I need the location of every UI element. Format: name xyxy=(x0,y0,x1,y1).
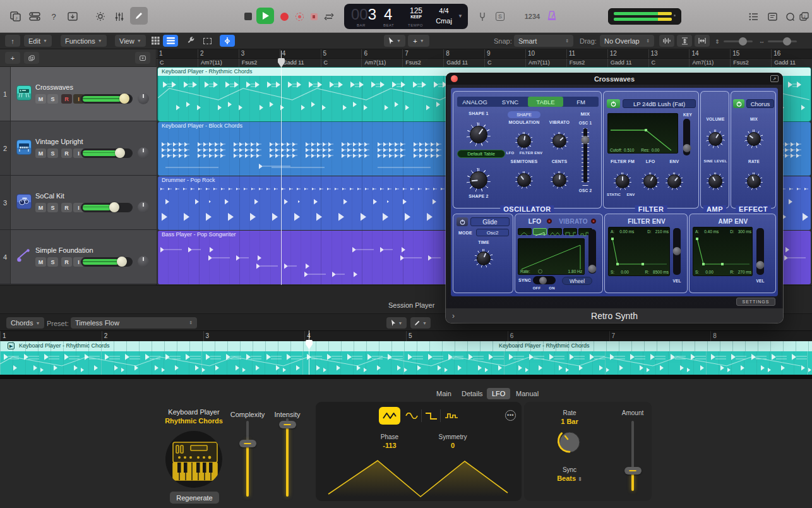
editor-bar-number[interactable]: 3 xyxy=(203,331,305,341)
disclosure-chevron-icon[interactable]: › xyxy=(452,311,455,320)
chord-cell[interactable]: Am7(11) xyxy=(689,59,730,67)
bar-number[interactable]: 13 xyxy=(648,49,690,58)
random-wave-icon[interactable] xyxy=(443,411,460,421)
track-header-socal-kit[interactable]: 3 SoCal Kit M S R I xyxy=(0,176,157,230)
chord-cell[interactable]: Gadd 11 xyxy=(607,59,648,67)
lfo-sync-toggle[interactable] xyxy=(533,276,556,284)
lfo-wave-4-button[interactable] xyxy=(563,228,577,235)
volume-slider[interactable] xyxy=(81,257,133,267)
effect-type-select[interactable]: Chorus xyxy=(746,99,774,108)
track-header-crosswaves[interactable]: 1 Crosswaves M S R I xyxy=(0,67,157,121)
chord-cell[interactable]: Am7(11) xyxy=(525,59,566,67)
tuner-icon[interactable] xyxy=(475,9,490,24)
loop-browser-icon[interactable] xyxy=(782,9,798,24)
tab-sync[interactable]: SYNC xyxy=(493,97,528,107)
secondary-tool-menu[interactable]: +▼ xyxy=(408,35,429,47)
editor-region-body[interactable] xyxy=(0,351,812,375)
duplicate-track-button[interactable] xyxy=(24,52,39,64)
stop-button[interactable] xyxy=(241,9,256,24)
intensity-slider-handle[interactable] xyxy=(279,421,296,428)
amp-env-display[interactable]: A: 0.40 ms D: 300 ms S: 0.00 xyxy=(693,227,753,276)
volume-slider[interactable] xyxy=(81,94,133,104)
editor-bar-number[interactable]: 7 xyxy=(609,331,711,341)
rows-view-icon[interactable] xyxy=(163,35,178,47)
tab-fm[interactable]: FM xyxy=(563,97,599,107)
back-arrow-icon[interactable]: ↑ xyxy=(5,35,20,47)
edit-menu[interactable]: Edit▼ xyxy=(24,35,52,47)
editor-bar-number[interactable]: 8 xyxy=(710,331,812,341)
mute-button[interactable]: M xyxy=(35,148,46,158)
glide-power-button[interactable] xyxy=(457,217,468,226)
release-value[interactable]: 8500 ms xyxy=(653,270,669,274)
tab-details[interactable]: Details xyxy=(457,388,488,399)
decay-value[interactable]: 210 ms xyxy=(655,229,669,234)
track-header-vintage-upright[interactable]: 2 Vintage Upright M S R I xyxy=(0,121,157,176)
vibrato-midi-led[interactable] xyxy=(591,219,596,224)
editor-bar-number[interactable]: 1 xyxy=(0,331,102,341)
bar-number[interactable]: 5 xyxy=(321,49,362,58)
toolbar-toggle-icon[interactable] xyxy=(64,9,81,24)
filter-env-knob[interactable] xyxy=(666,172,683,190)
chord-cell[interactable]: C xyxy=(648,59,690,67)
solo-button[interactable]: S xyxy=(47,257,58,267)
bar-number[interactable]: 2 xyxy=(198,49,239,58)
lfo-wheel-select[interactable]: Wheel xyxy=(562,277,592,285)
triangle-wave-icon[interactable] xyxy=(379,407,400,425)
editor-bar-number[interactable]: 6 xyxy=(508,331,609,341)
editor-bar-number[interactable]: 2 xyxy=(102,331,203,341)
filter-power-button[interactable] xyxy=(607,99,620,108)
track-name[interactable]: SoCal Kit xyxy=(35,192,64,200)
chords-menu[interactable]: Chords▼ xyxy=(6,317,44,329)
editor-bar-ruler[interactable]: 12345678 xyxy=(0,330,812,341)
pan-knob[interactable] xyxy=(138,93,149,104)
bar-number[interactable]: 11 xyxy=(566,49,607,58)
vertical-zoom-slider[interactable] xyxy=(724,40,753,42)
bar-number[interactable]: 10 xyxy=(525,49,566,58)
pencil-icon[interactable] xyxy=(130,7,148,25)
sine-wave-icon[interactable] xyxy=(404,411,419,421)
shape-mod-pill[interactable]: SHAPE xyxy=(508,111,540,118)
shape1-knob[interactable] xyxy=(467,123,491,147)
amp-env-vel-slider[interactable] xyxy=(756,228,764,275)
amount-slider-handle[interactable] xyxy=(624,467,642,475)
playhead[interactable] xyxy=(281,51,282,285)
volume-slider[interactable] xyxy=(81,203,133,212)
cycle-icon[interactable] xyxy=(321,9,337,24)
tab-analog[interactable]: ANALOG xyxy=(457,97,493,107)
cents-knob[interactable] xyxy=(551,171,568,189)
bar-number[interactable]: 4 xyxy=(280,49,321,58)
amp-volume-knob[interactable] xyxy=(706,130,725,148)
effect-mix-knob[interactable] xyxy=(744,130,763,148)
solo-button[interactable]: S xyxy=(47,203,58,212)
effect-rate-knob[interactable] xyxy=(745,172,763,190)
help-icon[interactable]: ? xyxy=(45,9,62,24)
tab-manual[interactable]: Manual xyxy=(511,388,544,399)
chord-cell[interactable]: Gadd 11 xyxy=(771,59,812,67)
release-value[interactable]: 270 ms xyxy=(738,270,751,274)
bar-number[interactable]: 8 xyxy=(443,49,484,58)
chord-cell[interactable]: Fsus2 xyxy=(730,59,771,67)
lfo-rate-knob-icon[interactable] xyxy=(538,269,542,274)
filter-env-vel-slider[interactable] xyxy=(673,228,681,275)
bar-numbers-row[interactable]: 12345678910111213141516 xyxy=(157,49,812,58)
bar-number[interactable]: 15 xyxy=(730,49,771,58)
plugin-window-crosswaves[interactable]: Crosswaves ↗ ANALOG SYNC TABLE FM SHAPE … xyxy=(446,73,783,323)
metronome-icon[interactable] xyxy=(543,8,561,23)
track-header-simple-foundation[interactable]: 4 Simple Foundation M S R I xyxy=(0,230,157,284)
decay-value[interactable]: 300 ms xyxy=(738,229,751,234)
rate-knob[interactable] xyxy=(557,430,582,455)
bar-number[interactable]: 9 xyxy=(484,49,525,58)
sync-select[interactable]: Beats ⇕ xyxy=(544,475,595,482)
play-button[interactable] xyxy=(256,8,274,24)
sine-level-knob[interactable] xyxy=(707,172,724,190)
lcd-chevron-icon[interactable]: ▼ xyxy=(458,13,463,19)
horizontal-auto-zoom-icon[interactable] xyxy=(695,35,710,47)
cutoff-value[interactable]: 0.510 xyxy=(624,148,634,152)
filter-display[interactable]: Cutoff: 0.510 Res: 0.00 xyxy=(607,113,678,154)
marquee-icon[interactable] xyxy=(200,35,215,47)
pan-knob[interactable] xyxy=(138,202,149,213)
preset-select[interactable]: Timeless Flow⇕ xyxy=(71,317,197,329)
chord-cell[interactable]: Gadd 11 xyxy=(443,59,484,67)
shape-modulation-knob[interactable] xyxy=(515,132,533,150)
glide-osc-select[interactable]: Osc2 xyxy=(476,229,509,236)
